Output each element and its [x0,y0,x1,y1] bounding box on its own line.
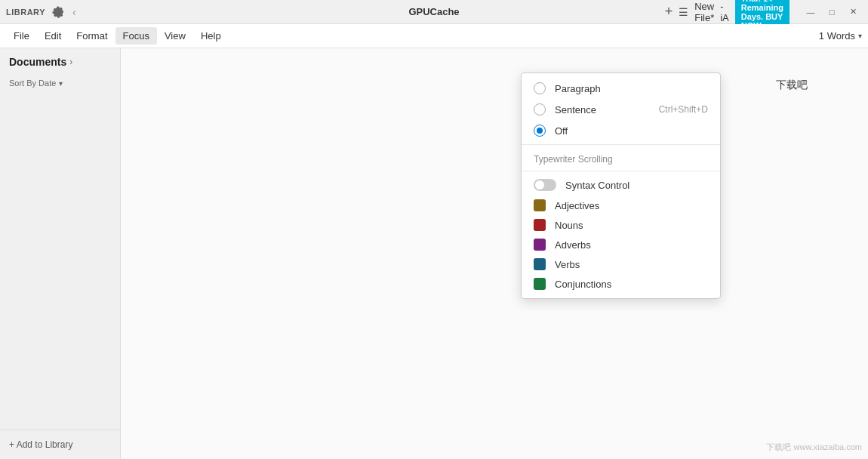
menu-view[interactable]: View [157,27,193,45]
adjectives-item[interactable]: Adjectives [522,196,720,215]
adverbs-label: Adverbs [555,239,591,251]
verbs-item[interactable]: Verbs [522,254,720,274]
verbs-label: Verbs [555,259,580,270]
sidebar-footer: + Add to Library [0,430,120,459]
app-title: GPUCache [157,6,711,17]
focus-paragraph-item[interactable]: Paragraph [522,78,720,99]
syntax-control-toggle[interactable] [534,179,556,191]
sort-bar: Sort By Date ▾ [0,75,120,91]
words-chevron-icon[interactable]: ▾ [858,32,862,40]
conjunctions-item[interactable]: Conjunctions [522,274,720,294]
adjectives-swatch [534,199,546,211]
library-label: LIBRARY [6,8,45,17]
typewriter-scrolling-header: Typewriter Scrolling [522,148,720,168]
back-arrow-icon[interactable]: ‹ [69,5,79,20]
adverbs-item[interactable]: Adverbs [522,235,720,254]
menu-bar-right: 1 Words ▾ [819,30,862,42]
conjunctions-swatch [534,278,546,290]
sidebar-header: Documents › [0,48,120,75]
off-label: Off [555,125,568,137]
nouns-item[interactable]: Nouns [522,215,720,235]
sidebar-arrow-icon[interactable]: › [69,57,72,67]
maximize-button[interactable]: □ [823,5,841,20]
radio-dot [537,128,543,134]
toggle-knob [535,180,544,189]
new-file-label: New File* [694,1,714,23]
menu-format[interactable]: Format [69,27,115,45]
window-controls: — □ ✕ [802,5,862,20]
gear-icon[interactable] [51,6,63,18]
watermark: 下载吧 www.xiazaiba.com [766,442,862,453]
verbs-swatch [534,258,546,270]
divider-1 [522,144,720,145]
sidebar-title: Documents [9,56,66,68]
syntax-control-label: Syntax Control [565,180,629,191]
sidebar: Documents › Sort By Date ▾ + Add to Libr… [0,48,121,459]
focus-sentence-item[interactable]: Sentence Ctrl+Shift+D [522,99,720,120]
title-bar: LIBRARY ‹ GPUCache + ☰ New File* - iA Tr… [0,0,868,24]
syntax-control-item[interactable]: Syntax Control [522,174,720,196]
sort-label[interactable]: Sort By Date [9,79,56,88]
sentence-radio[interactable] [534,103,546,116]
minimize-button[interactable]: — [802,5,820,20]
menu-file[interactable]: File [6,27,37,45]
close-button[interactable]: ✕ [844,5,862,20]
menu-edit[interactable]: Edit [37,27,69,45]
conjunctions-label: Conjunctions [555,279,611,290]
content-area: 下载吧 Paragraph Sentence Ctrl+Shift+D Off [121,48,868,459]
paragraph-radio[interactable] [534,82,546,94]
focus-dropdown-menu: Paragraph Sentence Ctrl+Shift+D Off Type… [521,72,721,299]
menu-bar: File Edit Format Focus View Help 1 Words… [0,24,868,48]
menu-help[interactable]: Help [193,27,229,45]
sentence-shortcut: Ctrl+Shift+D [659,104,708,115]
paragraph-label: Paragraph [555,83,601,94]
app-suffix: - iA [720,1,729,23]
hamburger-icon[interactable]: ☰ [679,6,688,18]
menu-focus[interactable]: Focus [115,27,157,45]
words-count: 1 Words [819,30,855,42]
off-radio[interactable] [534,125,546,137]
sort-chevron-icon[interactable]: ▾ [59,79,63,88]
content-text: 下载吧 [776,79,808,92]
nouns-label: Nouns [555,220,583,231]
divider-2 [522,171,720,171]
focus-off-item[interactable]: Off [522,120,720,141]
new-file-plus-button[interactable]: + [665,4,673,20]
sidebar-content [0,91,120,430]
main-layout: Documents › Sort By Date ▾ + Add to Libr… [0,48,868,459]
add-library-button[interactable]: + Add to Library [9,439,111,450]
adverbs-swatch [534,239,546,251]
nouns-swatch [534,219,546,231]
title-bar-left: LIBRARY ‹ [6,5,157,20]
sentence-label: Sentence [555,104,596,116]
adjectives-label: Adjectives [555,200,599,211]
